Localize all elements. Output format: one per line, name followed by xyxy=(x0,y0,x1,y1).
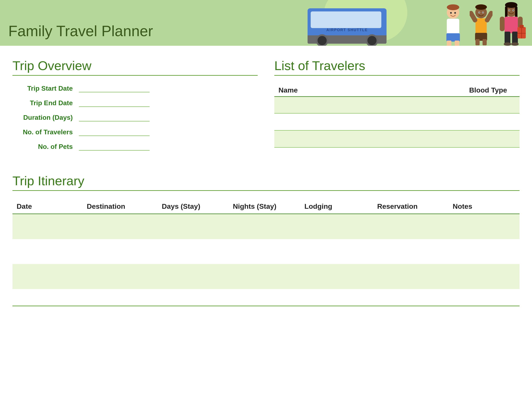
itinerary-2-notes[interactable] xyxy=(448,239,520,264)
svg-rect-3 xyxy=(446,33,460,42)
bus-wheel-right xyxy=(366,34,378,46)
itinerary-3-date-input[interactable] xyxy=(17,266,78,287)
itinerary-2-nights[interactable] xyxy=(228,239,300,264)
traveler-1-blood[interactable] xyxy=(397,97,520,113)
traveler-2-blood[interactable] xyxy=(397,113,520,130)
itinerary-1-reservation-input[interactable] xyxy=(377,216,444,237)
itinerary-1-notes-input[interactable] xyxy=(453,216,515,237)
itinerary-2-days[interactable] xyxy=(158,239,229,264)
svg-point-9 xyxy=(475,4,487,10)
itinerary-2-date-input[interactable] xyxy=(17,241,78,262)
traveler-3-blood-input[interactable] xyxy=(397,131,520,147)
itinerary-3-nights[interactable] xyxy=(228,264,300,289)
trip-end-date-row: Trip End Date xyxy=(12,98,258,107)
itinerary-2-destination[interactable] xyxy=(83,239,158,264)
trip-start-date-input[interactable] xyxy=(79,84,150,92)
itinerary-3-destination[interactable] xyxy=(83,264,158,289)
itinerary-col-date: Date xyxy=(12,199,83,214)
travelers-col-blood-type: Blood Type xyxy=(397,84,520,97)
svg-rect-5 xyxy=(455,40,459,46)
itinerary-3-nights-input[interactable] xyxy=(233,266,296,287)
itinerary-3-lodging[interactable] xyxy=(300,264,373,289)
itinerary-1-nights-input[interactable] xyxy=(233,216,296,237)
travelers-header-row: Name Blood Type xyxy=(274,84,520,97)
itinerary-2-destination-input[interactable] xyxy=(87,241,153,262)
itinerary-col-reservation: Reservation xyxy=(373,199,448,214)
list-of-travelers-title: List of Travelers xyxy=(274,58,520,76)
traveler-2-name[interactable] xyxy=(274,113,397,130)
no-of-travelers-label: No. of Travelers xyxy=(12,128,79,136)
itinerary-2-reservation-input[interactable] xyxy=(377,241,444,262)
page-title: Family Travel Planner xyxy=(8,22,153,39)
svg-point-30 xyxy=(511,42,519,46)
svg-point-29 xyxy=(504,42,511,46)
bus-label: AIRPORT SHUTTLE xyxy=(308,28,387,32)
itinerary-row-3 xyxy=(12,264,520,289)
travelers-table: Name Blood Type xyxy=(274,84,520,148)
main-content: Trip Overview Trip Start Date Trip End D… xyxy=(0,46,532,297)
itinerary-1-days[interactable] xyxy=(158,214,229,239)
itinerary-1-notes[interactable] xyxy=(448,214,520,239)
svg-point-18 xyxy=(479,12,480,13)
itinerary-1-lodging-input[interactable] xyxy=(304,216,369,237)
svg-rect-15 xyxy=(483,39,487,45)
itinerary-3-notes-input[interactable] xyxy=(453,266,515,287)
svg-rect-24 xyxy=(504,17,518,33)
traveler-1-blood-input[interactable] xyxy=(397,97,520,113)
traveler-3-blood[interactable] xyxy=(397,130,520,147)
svg-rect-27 xyxy=(504,32,510,44)
duration-days-input[interactable] xyxy=(79,113,150,121)
trip-itinerary-section: Trip Itinerary Date Destination Days (St… xyxy=(12,173,520,289)
itinerary-1-reservation[interactable] xyxy=(373,214,448,239)
no-of-pets-input[interactable] xyxy=(79,142,150,151)
itinerary-1-lodging[interactable] xyxy=(300,214,373,239)
itinerary-2-days-input[interactable] xyxy=(162,241,225,262)
no-of-travelers-input[interactable] xyxy=(79,128,150,136)
itinerary-2-lodging[interactable] xyxy=(300,239,373,264)
svg-rect-25 xyxy=(500,17,504,31)
traveler-3-name-input[interactable] xyxy=(274,131,397,147)
bus-illustration: AIRPORT SHUTTLE xyxy=(308,2,387,44)
itinerary-table: Date Destination Days (Stay) Nights (Sta… xyxy=(12,199,520,289)
itinerary-3-days[interactable] xyxy=(158,264,229,289)
itinerary-1-destination[interactable] xyxy=(83,214,158,239)
trip-start-date-row: Trip Start Date xyxy=(12,84,258,92)
itinerary-2-notes-input[interactable] xyxy=(453,241,515,262)
no-of-pets-label: No. of Pets xyxy=(12,143,79,151)
itinerary-2-reservation[interactable] xyxy=(373,239,448,264)
itinerary-1-date-input[interactable] xyxy=(17,216,78,237)
trip-end-date-input[interactable] xyxy=(79,98,150,107)
itinerary-col-destination: Destination xyxy=(83,199,158,214)
itinerary-1-nights[interactable] xyxy=(228,214,300,239)
traveler-1-name[interactable] xyxy=(274,97,397,113)
itinerary-3-notes[interactable] xyxy=(448,264,520,289)
trip-end-date-label: Trip End Date xyxy=(12,99,79,107)
itinerary-2-lodging-input[interactable] xyxy=(304,241,369,262)
svg-rect-2 xyxy=(447,19,459,35)
svg-point-37 xyxy=(509,10,510,11)
itinerary-row-2 xyxy=(12,239,520,264)
traveler-3-name[interactable] xyxy=(274,130,397,147)
trip-overview-title: Trip Overview xyxy=(12,58,258,76)
itinerary-2-date[interactable] xyxy=(12,239,83,264)
person-3 xyxy=(497,2,526,46)
itinerary-3-reservation[interactable] xyxy=(373,264,448,289)
itinerary-col-lodging: Lodging xyxy=(300,199,373,214)
traveler-1-name-input[interactable] xyxy=(274,97,397,113)
itinerary-1-destination-input[interactable] xyxy=(87,216,153,237)
itinerary-3-reservation-input[interactable] xyxy=(377,266,444,287)
traveler-2-name-input[interactable] xyxy=(274,114,397,130)
itinerary-3-lodging-input[interactable] xyxy=(304,266,369,287)
bus-windshield xyxy=(311,11,381,28)
svg-rect-14 xyxy=(475,39,480,45)
itinerary-3-days-input[interactable] xyxy=(162,266,225,287)
itinerary-3-date[interactable] xyxy=(12,264,83,289)
traveler-2-blood-input[interactable] xyxy=(397,114,520,130)
svg-rect-4 xyxy=(447,40,451,46)
itinerary-1-date[interactable] xyxy=(12,214,83,239)
itinerary-2-nights-input[interactable] xyxy=(233,241,296,262)
itinerary-1-days-input[interactable] xyxy=(162,216,225,237)
no-of-travelers-row: No. of Travelers xyxy=(12,128,258,136)
itinerary-header-row: Date Destination Days (Stay) Nights (Sta… xyxy=(12,199,520,214)
itinerary-3-destination-input[interactable] xyxy=(87,266,153,287)
